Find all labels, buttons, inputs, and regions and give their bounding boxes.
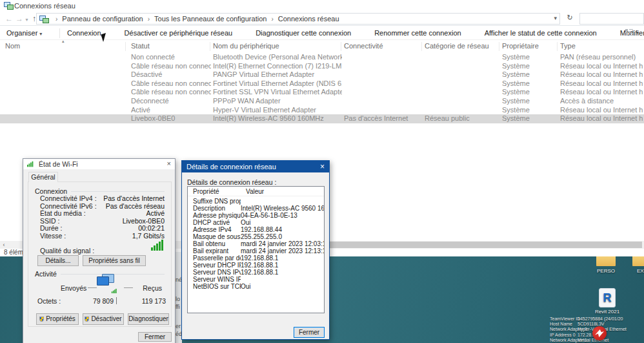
navigation-bar: ← → ▾ ↑ › Panneau de configuration › Tou… xyxy=(0,12,644,26)
bytes-sent: 79 809 xyxy=(74,297,114,305)
tab-general[interactable]: Général xyxy=(28,172,58,182)
organize-button[interactable]: Organiser▾ xyxy=(6,29,42,37)
field-row: Vitesse : 1,7 Gbits/s xyxy=(28,233,171,240)
breadcrumb-item[interactable]: › Panneau de configuration xyxy=(51,15,143,23)
bginfo-line: Network Adapter 0 Hyper-V Virtual Ethern… xyxy=(550,327,627,332)
titlebar[interactable]: Connexions réseau xyxy=(0,0,644,12)
bginfo-label: TeamViewer ID xyxy=(550,317,578,322)
field-label: Vitesse : xyxy=(40,233,66,240)
detail-row: Bail expirant mardi 24 janvier 2023 12:1… xyxy=(188,247,324,255)
property-value: Oui xyxy=(241,219,324,226)
close-button[interactable]: Fermer xyxy=(138,332,172,342)
detail-row: Serveur DHCP IPv4 192.168.88.1 xyxy=(188,262,324,269)
shortcut-label: PERSO xyxy=(587,268,625,274)
scrollbar-thumb[interactable] xyxy=(281,242,642,248)
address-bar[interactable]: › Panneau de configuration › Tous les Pa… xyxy=(36,13,560,25)
column-header-peripherique[interactable]: Nom du périphérique xyxy=(213,42,341,51)
properties-button[interactable]: Propriétés xyxy=(36,313,79,325)
table-row[interactable]: vEthernet (Default Switch) Activé Hyper-… xyxy=(0,106,644,115)
field-row: Connectivité IPv4 : Pas d'accès Internet xyxy=(28,195,171,203)
field-label: Connectivité IPv4 : xyxy=(40,195,97,203)
command-button[interactable]: Connexion xyxy=(67,29,101,37)
column-header-categorie[interactable]: Catégorie de réseau xyxy=(425,42,499,51)
field-row: État du média : Activé xyxy=(28,210,171,218)
revit-icon: R xyxy=(599,288,616,307)
chevron-down-icon[interactable]: ▾ xyxy=(636,30,639,36)
table-row[interactable]: Wi-Fi Livebox-0BE0 Intel(R) Wireless-AC … xyxy=(0,114,644,123)
table-row[interactable]: Ethernet 2 Désactivé PANGP Virtual Ether… xyxy=(0,70,644,79)
activity-computers-icon xyxy=(96,274,119,293)
breadcrumb-item[interactable]: › Tous les Panneaux de configuration xyxy=(143,15,267,23)
command-button[interactable]: Diagnostiquer cette connexion xyxy=(256,29,351,37)
property-name: Serveur DHCP IPv4 xyxy=(188,262,241,269)
table-row[interactable]: Ethernet Câble réseau non connecté Intel… xyxy=(0,62,644,71)
value-column-header: Valeur xyxy=(246,188,264,195)
connection-fields: Connectivité IPv4 : Pas d'accès Internet… xyxy=(28,195,171,240)
network-details-dialog: Détails de connexion réseau × Détails de… xyxy=(181,160,330,340)
divider xyxy=(116,297,117,304)
table-row[interactable]: fortissl Déconnecté PPPoP WAN Adapter Sy… xyxy=(0,97,644,106)
tab-panel: Connexion Connectivité IPv4 : Pas d'accè… xyxy=(28,182,172,327)
signal-quality-label: Qualité du signal : xyxy=(40,247,94,255)
property-name: Description xyxy=(188,205,241,212)
close-icon[interactable]: × xyxy=(320,162,325,171)
column-header-connectivite[interactable]: Connectivité xyxy=(344,42,422,51)
property-value xyxy=(241,276,324,283)
breadcrumb-separator-icon: › xyxy=(148,16,150,23)
dialog-titlebar[interactable]: Détails de connexion réseau × xyxy=(182,161,329,172)
close-button[interactable]: Fermer xyxy=(294,327,325,338)
property-name: Bail expirant xyxy=(188,247,241,255)
wifi-signal-icon xyxy=(27,161,34,167)
refresh-icon[interactable]: ↻ xyxy=(564,14,576,22)
property-value xyxy=(241,198,324,205)
field-label: État du média : xyxy=(40,210,86,218)
bginfo-line: Network Adapter 1 Virtual Ethernet xyxy=(550,338,627,343)
bytes-received: 119 173 xyxy=(126,297,166,305)
back-icon[interactable]: ← xyxy=(4,13,14,25)
table-row[interactable]: Connexion réseau Bluetooth Non connecté … xyxy=(0,53,644,62)
fragment-text: ffi xyxy=(176,304,180,310)
command-button[interactable]: Afficher le statut de cette connexion xyxy=(485,29,597,37)
property-name: Bail obtenu xyxy=(188,240,241,247)
network-connections-icon xyxy=(4,2,13,10)
command-button[interactable]: Renommer cette connexion xyxy=(374,29,461,37)
field-value: 00:02:21 xyxy=(138,225,165,233)
field-value: Activé xyxy=(146,210,165,218)
bginfo-line: Host Name 5CD9118L3V xyxy=(550,322,627,327)
column-header-statut[interactable]: Statut xyxy=(131,42,210,51)
scroll-left-icon[interactable]: ‹ xyxy=(0,241,8,249)
close-icon[interactable]: × xyxy=(167,160,171,167)
address-dropdown-icon[interactable]: ▾ xyxy=(554,15,557,21)
property-column-header: Propriété xyxy=(193,188,219,195)
divider xyxy=(124,287,133,288)
desktop-shortcut-revit[interactable]: R Revit 2021 xyxy=(589,288,626,315)
table-row[interactable]: Ethernet 6 Câble réseau non connecté For… xyxy=(0,79,644,88)
column-headers: ▴ Nom Statut Nom du périphérique Connect… xyxy=(0,41,644,52)
detail-row: DHCP activé Oui xyxy=(188,219,324,226)
wireless-properties-button[interactable]: Propriétés sans fil xyxy=(83,255,146,266)
wifi-signal-icon xyxy=(112,288,117,293)
details-button[interactable]: Détails... xyxy=(37,255,79,266)
column-header-type[interactable]: Type xyxy=(560,42,641,51)
table-row[interactable]: Ethernet 7 Câble réseau non connecté For… xyxy=(0,88,644,97)
details-view-icon[interactable] xyxy=(625,29,633,36)
dialog-title: Détails de connexion réseau xyxy=(186,163,276,171)
breadcrumb: › Panneau de configuration › Tous les Pa… xyxy=(51,14,339,24)
field-value: Pas d'accès Internet xyxy=(103,195,165,203)
column-header-proprietaire[interactable]: Propriétaire xyxy=(502,42,558,51)
detail-row: Serveur WINS IPv4 xyxy=(188,276,324,283)
disable-button[interactable]: Désactiver xyxy=(83,313,124,325)
forward-icon[interactable]: → xyxy=(14,13,25,25)
column-header-nom[interactable]: Nom xyxy=(5,42,126,51)
field-row: Durée : 00:02:21 xyxy=(28,225,171,233)
command-button[interactable]: Désactiver ce périphérique réseau xyxy=(125,29,233,37)
dialog-titlebar[interactable]: État de Wi-Fi × xyxy=(23,159,175,169)
command-list: ConnexionDésactiver ce périphérique rése… xyxy=(67,29,644,37)
property-name: Serveur DNS IPv4 xyxy=(188,269,241,276)
bytes-label: Octets : xyxy=(37,297,61,305)
diagnose-button[interactable]: Diagnostiquer xyxy=(128,313,169,325)
search-input[interactable] xyxy=(579,13,644,25)
breadcrumb-item[interactable]: › Connexions réseau xyxy=(267,15,339,23)
details-listbox[interactable]: Propriété Valeur Suffixe DNS propre à la… xyxy=(187,186,325,313)
details-rows: Suffixe DNS propre à la ... Description … xyxy=(188,198,324,290)
